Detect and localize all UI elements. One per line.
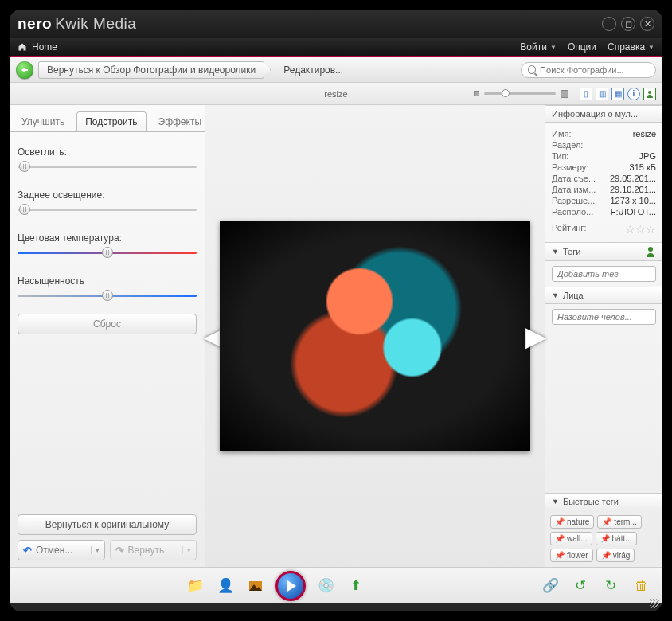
home-icon xyxy=(18,42,27,52)
info-name-key: Имя: xyxy=(552,129,571,139)
close-button[interactable]: ✕ xyxy=(640,17,654,31)
colortemp-label: Цветовая температура: xyxy=(18,232,197,244)
options-menu[interactable]: Опции xyxy=(568,41,596,53)
breadcrumb-current: Редактиров... xyxy=(283,64,343,76)
tag-person-icon[interactable] xyxy=(645,246,656,257)
thumb-small-icon xyxy=(474,91,479,96)
quicktags-header[interactable]: ▼Быстрые теги xyxy=(545,493,662,510)
search-field[interactable] xyxy=(540,65,649,75)
app-window: neroKwik Media – ◻ ✕ Home Войти▼ Опции С… xyxy=(10,10,662,611)
name-face-input[interactable] xyxy=(552,309,656,325)
reset-button[interactable]: Сброс xyxy=(18,314,197,334)
main-area: Улучшить Подстроить Эффекты × Осветлить:… xyxy=(10,105,662,567)
info-header[interactable]: Информация о мул... xyxy=(545,105,662,123)
face-detect-icon[interactable]: 👤 xyxy=(215,576,236,596)
bottom-toolbar: 📁 👤 💿 ⬆ 🔗 ↺ ↻ 🗑 xyxy=(10,567,662,603)
thumbnail-size-slider[interactable] xyxy=(474,90,568,98)
info-mod-key: Дата изм... xyxy=(552,185,596,194)
pin-icon: 📌 xyxy=(555,518,565,526)
svg-point-0 xyxy=(648,91,651,94)
quicktag[interactable]: 📌term... xyxy=(597,515,641,529)
rotate-right-icon[interactable]: ↻ xyxy=(600,576,621,596)
menubar: Home Войти▼ Опции Справка▼ xyxy=(10,38,662,57)
brighten-slider[interactable] xyxy=(18,161,197,172)
revert-original-button[interactable]: Вернуться к оригинальному xyxy=(18,514,197,535)
view-grid-icon[interactable]: ▦ xyxy=(611,88,624,100)
delete-icon[interactable]: 🗑 xyxy=(631,576,651,596)
image-canvas[interactable] xyxy=(220,221,530,451)
back-button[interactable] xyxy=(16,61,33,79)
breadcrumb-bar: Вернуться к Обзор Фотографии и видеороли… xyxy=(10,57,662,83)
quicktag[interactable]: 📌hátt... xyxy=(596,532,637,545)
undo-button[interactable]: ↶ Отмен...▾ xyxy=(18,540,105,560)
info-res-key: Разреше... xyxy=(552,196,595,205)
pin-icon: 📌 xyxy=(602,518,611,526)
pin-icon: 📌 xyxy=(555,551,565,560)
pin-icon: 📌 xyxy=(601,551,611,560)
view-compare-icon[interactable]: ▥ xyxy=(596,88,608,100)
redo-icon: ↷ xyxy=(115,545,124,557)
login-menu[interactable]: Войти▼ xyxy=(520,41,557,53)
brand-logo: neroKwik Media xyxy=(18,15,136,33)
info-section-key: Раздел: xyxy=(552,140,583,150)
faces-header[interactable]: ▼Лица xyxy=(545,287,662,304)
rating-stars[interactable]: ☆☆☆ xyxy=(625,223,656,236)
tab-adjust[interactable]: Подстроить xyxy=(76,111,146,131)
saturation-slider[interactable] xyxy=(18,290,197,301)
tab-effects[interactable]: Эффекты xyxy=(150,111,211,131)
info-panel: Информация о мул... Имя:resize Раздел: Т… xyxy=(545,105,662,567)
info-shot-val: 29.05.201... xyxy=(610,174,656,183)
next-image-button[interactable]: ▶ xyxy=(525,320,546,352)
colortemp-slider[interactable] xyxy=(18,247,197,258)
pin-icon: 📌 xyxy=(555,534,565,543)
info-size-key: Размеру: xyxy=(552,162,588,172)
product-text: Kwik Media xyxy=(55,15,136,32)
quicktag[interactable]: 📌nature xyxy=(550,515,594,529)
brighten-label: Осветлить: xyxy=(18,146,197,158)
upload-icon[interactable]: ⬆ xyxy=(346,576,366,596)
saturation-label: Насыщенность xyxy=(18,275,197,287)
tags-header[interactable]: ▼Теги xyxy=(545,242,662,261)
help-menu[interactable]: Справка▼ xyxy=(608,41,654,53)
tab-improve[interactable]: Улучшить xyxy=(13,111,73,131)
info-res-val: 1273 x 10... xyxy=(611,196,657,205)
info-mod-val: 29.10.201... xyxy=(610,185,656,194)
auto-enhance-icon[interactable] xyxy=(245,576,266,596)
view-single-icon[interactable]: ▯ xyxy=(580,88,592,100)
slideshow-play-button[interactable] xyxy=(275,571,306,601)
info-shot-key: Дата съе... xyxy=(552,174,596,183)
info-type-val: JPG xyxy=(639,151,656,161)
edit-panel: Улучшить Подстроить Эффекты × Осветлить:… xyxy=(10,105,205,567)
info-name-val: resize xyxy=(633,129,656,139)
backlight-slider[interactable] xyxy=(18,204,197,215)
search-input[interactable] xyxy=(521,62,656,78)
info-size-val: 315 кБ xyxy=(630,162,656,172)
maximize-button[interactable]: ◻ xyxy=(621,17,635,31)
edit-tabs: Улучшить Подстроить Эффекты × xyxy=(10,110,205,132)
add-tag-input[interactable] xyxy=(552,266,656,282)
share-icon[interactable]: 🔗 xyxy=(540,576,561,596)
face-toggle-icon[interactable] xyxy=(643,88,656,100)
brand-text: nero xyxy=(18,15,52,32)
home-link[interactable]: Home xyxy=(32,41,57,53)
redo-button[interactable]: ↷ Вернуть▾ xyxy=(110,540,197,560)
import-folder-icon[interactable]: 📁 xyxy=(185,576,205,596)
image-viewport: ◀ ▶ xyxy=(205,105,545,567)
rotate-left-icon[interactable]: ↺ xyxy=(570,576,591,596)
titlebar: neroKwik Media – ◻ ✕ xyxy=(10,10,662,38)
current-filename: resize xyxy=(324,89,347,99)
thumb-large-icon xyxy=(561,90,568,98)
info-loc-val: F:\ЛОГОТ... xyxy=(611,207,656,217)
quicktag[interactable]: 📌wall... xyxy=(550,532,592,545)
burn-disc-icon[interactable]: 💿 xyxy=(315,576,336,596)
quicktag[interactable]: 📌virág xyxy=(596,549,635,562)
resize-grip[interactable] xyxy=(650,599,659,608)
quicktag[interactable]: 📌flower xyxy=(550,549,593,562)
minimize-button[interactable]: – xyxy=(602,17,616,31)
search-icon xyxy=(528,65,536,74)
breadcrumb-back[interactable]: Вернуться к Обзор Фотографии и видеороли… xyxy=(38,61,264,79)
undo-icon: ↶ xyxy=(23,545,32,557)
svg-point-1 xyxy=(648,247,653,252)
info-type-key: Тип: xyxy=(552,151,568,161)
info-toggle-icon[interactable]: i xyxy=(627,88,640,100)
